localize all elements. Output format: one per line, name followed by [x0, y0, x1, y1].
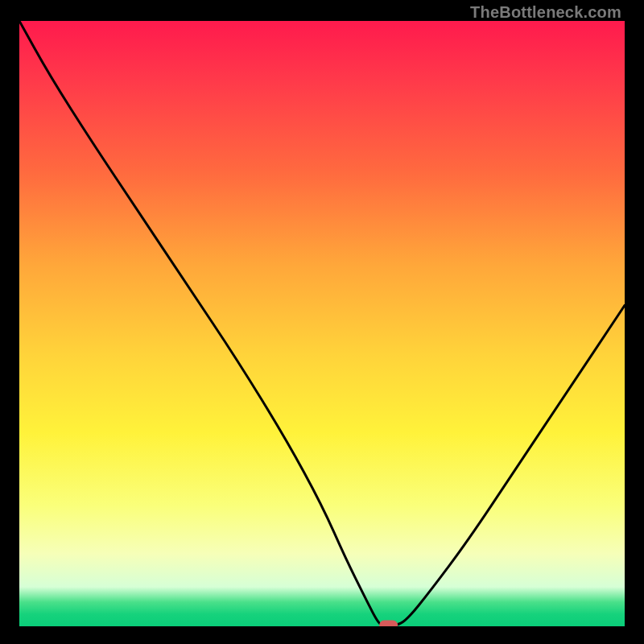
plot-area [19, 21, 625, 626]
bottleneck-curve [19, 21, 625, 626]
bottleneck-curve-svg [19, 21, 625, 626]
optimal-point-marker [380, 621, 398, 626]
attribution-text: TheBottleneck.com [470, 3, 621, 22]
chart-container: TheBottleneck.com [0, 0, 644, 644]
svg-rect-0 [380, 621, 398, 626]
